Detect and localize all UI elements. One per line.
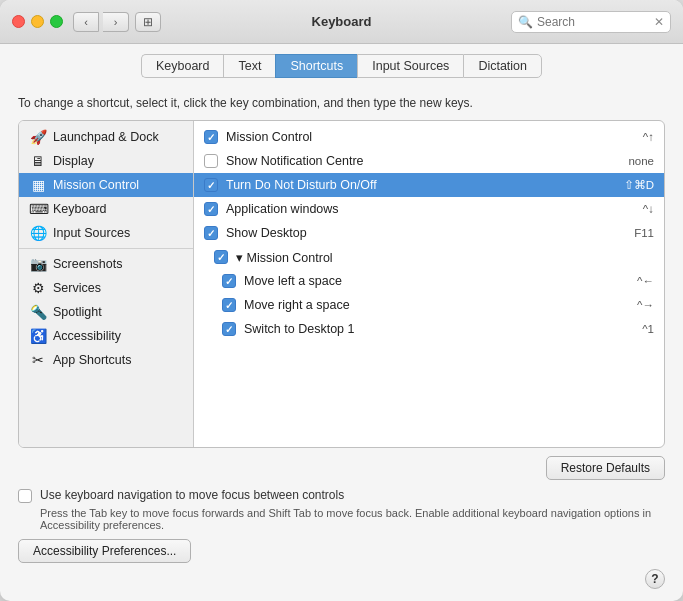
shortcut-row-mc-sub[interactable]: ▾ Mission Control	[194, 245, 664, 269]
sidebar-label-launchpad-dock: Launchpad & Dock	[53, 130, 159, 144]
search-icon: 🔍	[518, 15, 533, 29]
checkbox-move-left[interactable]	[222, 274, 236, 288]
search-input[interactable]	[537, 15, 654, 29]
shortcut-row-notification[interactable]: Show Notification Centre none	[194, 149, 664, 173]
app-shortcuts-icon: ✂	[29, 352, 47, 368]
sidebar-item-app-shortcuts[interactable]: ✂ App Shortcuts	[19, 348, 193, 372]
shortcut-name-app-windows: Application windows	[226, 202, 635, 216]
sidebar-item-services[interactable]: ⚙ Services	[19, 276, 193, 300]
launchpad-icon: 🚀	[29, 129, 47, 145]
checkbox-switch-desktop[interactable]	[222, 322, 236, 336]
nav-text-block: Use keyboard navigation to move focus be…	[40, 488, 344, 502]
back-button[interactable]: ‹	[73, 12, 99, 32]
shortcut-row-switch-desktop[interactable]: Switch to Desktop 1 ^1	[194, 317, 664, 341]
checkbox-show-desktop[interactable]	[204, 226, 218, 240]
spotlight-icon: 🔦	[29, 304, 47, 320]
minimize-button[interactable]	[31, 15, 44, 28]
shortcut-name-notification: Show Notification Centre	[226, 154, 620, 168]
screenshots-icon: 📷	[29, 256, 47, 272]
checkbox-app-windows[interactable]	[204, 202, 218, 216]
shortcut-row-dnd[interactable]: Turn Do Not Disturb On/Off ⇧⌘D	[194, 173, 664, 197]
shortcut-row-app-windows[interactable]: Application windows ^↓	[194, 197, 664, 221]
keyboard-window: ‹ › ⊞ Keyboard 🔍 ✕ Keyboard Text Shortcu…	[0, 0, 683, 601]
tab-keyboard[interactable]: Keyboard	[141, 54, 224, 78]
checkbox-mission-control[interactable]	[204, 130, 218, 144]
nav-keyboard-checkbox[interactable]	[18, 489, 32, 503]
shortcut-key-move-left: ^←	[637, 275, 654, 287]
shortcut-key-move-right: ^→	[637, 299, 654, 311]
shortcut-name-move-right: Move right a space	[244, 298, 629, 312]
shortcut-name-show-desktop: Show Desktop	[226, 226, 626, 240]
sidebar: 🚀 Launchpad & Dock 🖥 Display ▦ Mission C…	[19, 121, 194, 447]
shortcut-row-mission-control[interactable]: Mission Control ^↑	[194, 125, 664, 149]
sidebar-item-keyboard[interactable]: ⌨ Keyboard	[19, 197, 193, 221]
shortcut-name-switch-desktop: Switch to Desktop 1	[244, 322, 634, 336]
sidebar-item-mission-control[interactable]: ▦ Mission Control	[19, 173, 193, 197]
accessibility-prefs-button[interactable]: Accessibility Preferences...	[18, 539, 191, 563]
shortcut-key-show-desktop: F11	[634, 227, 654, 239]
sidebar-divider	[19, 248, 193, 249]
maximize-button[interactable]	[50, 15, 63, 28]
shortcut-list: Mission Control ^↑ Show Notification Cen…	[194, 121, 664, 447]
mission-control-icon: ▦	[29, 177, 47, 193]
sidebar-item-accessibility[interactable]: ♿ Accessibility	[19, 324, 193, 348]
shortcut-name-mission-control: Mission Control	[226, 130, 635, 144]
checkbox-move-right[interactable]	[222, 298, 236, 312]
shortcut-name-dnd: Turn Do Not Disturb On/Off	[226, 178, 616, 192]
sidebar-label-keyboard: Keyboard	[53, 202, 107, 216]
services-icon: ⚙	[29, 280, 47, 296]
sidebar-label-accessibility: Accessibility	[53, 329, 121, 343]
shortcut-row-move-right[interactable]: Move right a space ^→	[194, 293, 664, 317]
shortcut-row-show-desktop[interactable]: Show Desktop F11	[194, 221, 664, 245]
sidebar-item-launchpad-dock[interactable]: 🚀 Launchpad & Dock	[19, 125, 193, 149]
help-button[interactable]: ?	[645, 569, 665, 589]
close-button[interactable]	[12, 15, 25, 28]
sidebar-label-display: Display	[53, 154, 94, 168]
sidebar-label-input-sources: Input Sources	[53, 226, 130, 240]
accessibility-icon: ♿	[29, 328, 47, 344]
shortcut-key-dnd: ⇧⌘D	[624, 178, 654, 192]
sidebar-label-services: Services	[53, 281, 101, 295]
traffic-lights	[12, 15, 63, 28]
grid-button[interactable]: ⊞	[135, 12, 161, 32]
sidebar-item-spotlight[interactable]: 🔦 Spotlight	[19, 300, 193, 324]
sidebar-item-screenshots[interactable]: 📷 Screenshots	[19, 252, 193, 276]
shortcut-key-switch-desktop: ^1	[642, 323, 654, 335]
tabs-bar: Keyboard Text Shortcuts Input Sources Di…	[0, 44, 683, 86]
main-panel: 🚀 Launchpad & Dock 🖥 Display ▦ Mission C…	[18, 120, 665, 448]
display-icon: 🖥	[29, 153, 47, 169]
checkbox-dnd[interactable]	[204, 178, 218, 192]
tab-input-sources[interactable]: Input Sources	[357, 54, 463, 78]
input-sources-icon: 🌐	[29, 225, 47, 241]
sidebar-label-screenshots: Screenshots	[53, 257, 122, 271]
checkbox-notification[interactable]	[204, 154, 218, 168]
bottom-section: Restore Defaults Use keyboard navigation…	[18, 456, 665, 589]
accessibility-btn-row: Accessibility Preferences...	[18, 539, 665, 563]
forward-button[interactable]: ›	[103, 12, 129, 32]
keyboard-icon: ⌨	[29, 201, 47, 217]
window-title: Keyboard	[312, 14, 372, 29]
restore-btn-row: Restore Defaults	[18, 456, 665, 480]
sidebar-item-display[interactable]: 🖥 Display	[19, 149, 193, 173]
restore-defaults-button[interactable]: Restore Defaults	[546, 456, 665, 480]
tab-dictation[interactable]: Dictation	[463, 54, 542, 78]
shortcut-name-mc-sub: ▾ Mission Control	[236, 250, 646, 265]
checkbox-mc-sub[interactable]	[214, 250, 228, 264]
help-row: ?	[18, 569, 665, 589]
sidebar-label-app-shortcuts: App Shortcuts	[53, 353, 132, 367]
sidebar-label-mission-control: Mission Control	[53, 178, 139, 192]
shortcut-key-mission-control: ^↑	[643, 131, 654, 143]
nav-checkbox-row: Use keyboard navigation to move focus be…	[18, 488, 665, 503]
content-area: To change a shortcut, select it, click t…	[0, 86, 683, 601]
tab-text[interactable]: Text	[223, 54, 275, 78]
nav-checkbox-label: Use keyboard navigation to move focus be…	[40, 488, 344, 502]
sidebar-item-input-sources[interactable]: 🌐 Input Sources	[19, 221, 193, 245]
search-clear-icon[interactable]: ✕	[654, 15, 664, 29]
tab-shortcuts[interactable]: Shortcuts	[275, 54, 357, 78]
shortcut-name-move-left: Move left a space	[244, 274, 629, 288]
nav-buttons: ‹ ›	[73, 12, 129, 32]
shortcut-row-move-left[interactable]: Move left a space ^←	[194, 269, 664, 293]
search-bar[interactable]: 🔍 ✕	[511, 11, 671, 33]
shortcut-key-app-windows: ^↓	[643, 203, 654, 215]
sidebar-label-spotlight: Spotlight	[53, 305, 102, 319]
